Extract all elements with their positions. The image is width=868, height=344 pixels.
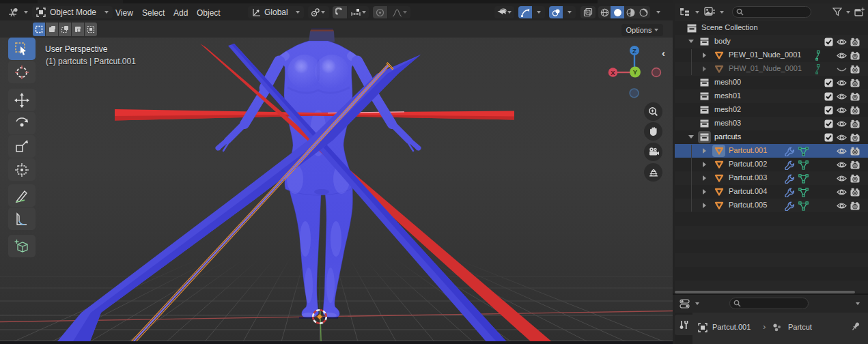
svg-text:Y: Y [633,68,638,76]
svg-text:Z: Z [632,47,636,55]
svg-text:X: X [611,69,615,76]
